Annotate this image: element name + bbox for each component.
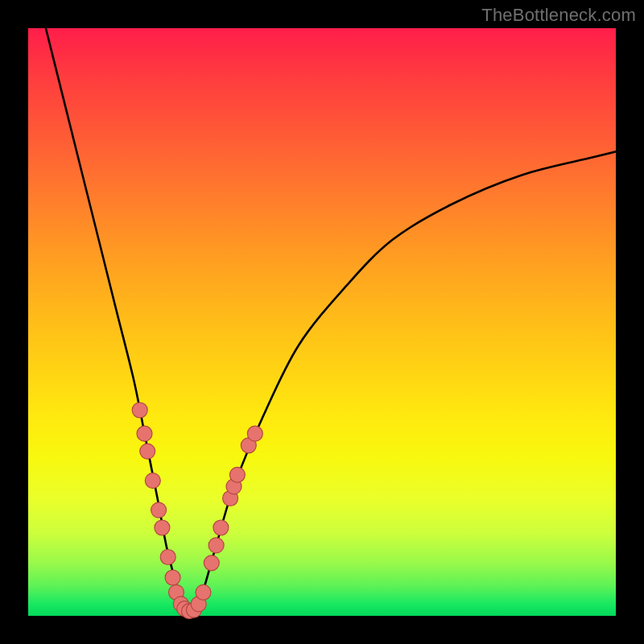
bottleneck-curve-svg (28, 28, 616, 616)
highlight-dot (137, 426, 152, 441)
highlight-dot (160, 550, 175, 565)
highlight-dot (208, 538, 224, 553)
highlight-dot (155, 520, 170, 535)
highlight-dot (165, 570, 180, 585)
chart-stage: TheBottleneck.com (0, 0, 644, 644)
plot-area (28, 28, 616, 616)
highlight-dot (132, 402, 147, 418)
highlight-dot (229, 467, 245, 482)
bottleneck-curve (46, 28, 616, 614)
highlight-dot (151, 502, 167, 518)
highlight-dot (196, 584, 211, 600)
highlight-dots-group (132, 402, 262, 619)
highlight-dot (140, 444, 155, 459)
highlight-dot (204, 555, 219, 571)
highlight-dot (145, 473, 160, 489)
watermark-text: TheBottleneck.com (481, 5, 636, 26)
highlight-dot (213, 520, 229, 535)
highlight-dot (247, 426, 262, 441)
